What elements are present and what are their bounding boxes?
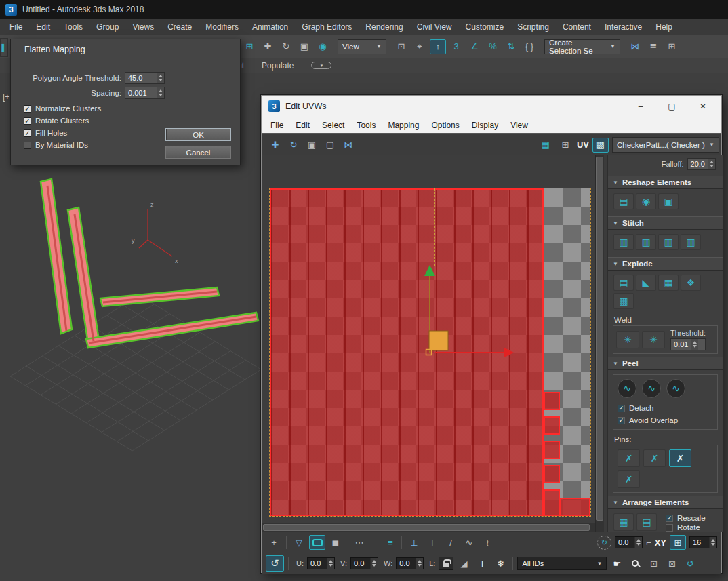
weld-selected-icon[interactable]: ✳ bbox=[642, 331, 665, 348]
menu-item[interactable]: Modifiers bbox=[199, 19, 245, 35]
unpin-selected-icon[interactable]: ✗ bbox=[618, 470, 640, 488]
menu-item[interactable]: Edit bbox=[29, 19, 57, 35]
checkbox-icon[interactable] bbox=[24, 129, 31, 137]
spacing-field[interactable]: 0.001 bbox=[125, 87, 165, 99]
uv-scale-icon[interactable]: ▣ bbox=[304, 137, 320, 152]
snap-grid-icon[interactable]: ⊞ bbox=[557, 138, 573, 153]
uv-editor-canvas[interactable] bbox=[262, 155, 604, 532]
checkbox-icon[interactable] bbox=[618, 405, 625, 412]
uvw-menu-item[interactable]: Options bbox=[425, 121, 465, 130]
uvw-menu-item[interactable]: File bbox=[264, 121, 289, 130]
app-titlebar[interactable]: 3 Untitled - Autodesk 3ds Max 2018 bbox=[0, 0, 728, 19]
use-pivot-center-icon[interactable]: ⊡ bbox=[393, 39, 409, 54]
rotate-angle-field[interactable]: 0.0 bbox=[615, 536, 643, 548]
relax-rows-icon[interactable]: ▤ bbox=[613, 193, 634, 209]
select-and-place-icon[interactable]: ◉ bbox=[315, 39, 331, 54]
menu-item[interactable]: Content bbox=[556, 19, 598, 35]
edge-distance-icon[interactable]: ⋯ bbox=[352, 535, 366, 550]
arrange-checkbox[interactable]: Rotate bbox=[666, 523, 706, 532]
spinner[interactable] bbox=[157, 73, 164, 83]
menu-item[interactable]: File bbox=[3, 19, 29, 35]
named-selection-dropdown[interactable]: Create Selection Se ▼ bbox=[544, 39, 620, 54]
texture-map-dropdown[interactable]: CheckerPatt...( Checker ) ▼ bbox=[612, 137, 719, 153]
w-coordinate-field[interactable]: 0.0 bbox=[396, 557, 424, 569]
rollout-header-peel[interactable]: ▼ Peel bbox=[608, 357, 723, 370]
stitch-source-icon[interactable]: ▥ bbox=[636, 234, 656, 250]
spinner[interactable] bbox=[416, 558, 423, 569]
pin-selected-icon[interactable]: ✗ bbox=[643, 449, 666, 467]
snaps-toggle-icon[interactable]: ↑ bbox=[430, 39, 446, 54]
spinner-snap-icon[interactable]: ⇅ bbox=[503, 39, 519, 54]
select-and-scale-icon[interactable]: ▣ bbox=[296, 39, 312, 54]
menu-item[interactable]: Group bbox=[89, 19, 125, 35]
threshold-field[interactable]: 0.01 bbox=[670, 338, 706, 350]
uv-cluster-block[interactable] bbox=[560, 498, 590, 516]
show-checker-map-icon[interactable]: ▩ bbox=[592, 138, 609, 153]
straighten-cube-icon[interactable]: ▣ bbox=[658, 193, 679, 209]
relax-brush-icon[interactable]: ≀ bbox=[479, 535, 496, 550]
material-id-dropdown[interactable]: All IDs ▼ bbox=[517, 557, 607, 570]
quick-peel-icon[interactable]: ∿ bbox=[618, 379, 636, 398]
zoom-region-icon[interactable]: ⊡ bbox=[645, 556, 662, 571]
vertical-scrollbar[interactable] bbox=[595, 155, 604, 532]
straighten-selection-icon[interactable]: / bbox=[443, 535, 459, 550]
paint-soft-selection-icon[interactable] bbox=[309, 535, 325, 550]
reference-coordinate-dropdown[interactable]: View ▼ bbox=[338, 39, 386, 54]
peel-checkbox[interactable]: Avoid Overlap bbox=[616, 414, 714, 426]
named-selection-sets-icon[interactable]: { } bbox=[521, 39, 538, 54]
ok-button[interactable]: OK bbox=[165, 128, 231, 141]
uvw-menu-item[interactable]: Edit bbox=[289, 121, 316, 130]
flatten-angle-icon[interactable]: ◣ bbox=[636, 275, 656, 291]
pack-normalize-icon[interactable]: ▦ bbox=[613, 513, 634, 531]
flatten-custom-icon[interactable]: ▤ bbox=[613, 275, 634, 291]
peel-mode-icon[interactable]: ∿ bbox=[642, 379, 661, 398]
checkbox-icon[interactable] bbox=[24, 142, 31, 149]
angle-snap-icon[interactable]: ∠ bbox=[466, 39, 483, 54]
vertical-scroll-thumb[interactable] bbox=[596, 157, 603, 521]
checkbox-icon[interactable] bbox=[24, 105, 31, 113]
stitch-custom-icon[interactable]: ▥ bbox=[613, 234, 634, 250]
stitch-target-icon[interactable]: ▥ bbox=[681, 234, 701, 250]
peel-checkbox[interactable]: Detach bbox=[616, 402, 714, 414]
soft-selection-icon[interactable]: + bbox=[266, 535, 282, 550]
select-and-manipulate-icon[interactable]: ⌖ bbox=[411, 39, 428, 54]
u-coordinate-field[interactable]: 0.0 bbox=[307, 557, 335, 569]
spinner[interactable] bbox=[708, 159, 715, 169]
checkbox-icon[interactable] bbox=[666, 524, 673, 532]
pack-together-icon[interactable]: ▤ bbox=[636, 513, 657, 531]
edit-seams-icon[interactable]: ∿ bbox=[666, 379, 685, 398]
stitch-average-icon[interactable]: ▥ bbox=[658, 234, 679, 250]
uvw-menu-item[interactable]: Display bbox=[466, 121, 504, 130]
rollout-header-arrange[interactable]: ▼ Arrange Elements bbox=[608, 496, 723, 509]
menu-item[interactable]: Tools bbox=[57, 19, 89, 35]
select-and-move-icon[interactable]: ✚ bbox=[260, 39, 276, 54]
wedge-brush-icon[interactable]: ◢ bbox=[456, 556, 472, 571]
dialog-title[interactable]: Flatten Mapping bbox=[24, 45, 85, 54]
uvw-menu-item[interactable]: View bbox=[504, 121, 534, 130]
menu-item[interactable]: Help bbox=[649, 19, 679, 35]
edge-soft-icon[interactable]: ≡ bbox=[384, 535, 397, 550]
free-rotate-icon[interactable]: ↻ bbox=[597, 536, 611, 550]
flatten-polygon-icon[interactable]: ▩ bbox=[613, 293, 634, 309]
relax-sphere-icon[interactable]: ◉ bbox=[636, 193, 656, 209]
relax-tool-icon[interactable]: ∿ bbox=[461, 535, 477, 550]
snaps-3d-icon[interactable]: 3 bbox=[448, 39, 464, 54]
spinner[interactable] bbox=[157, 87, 164, 98]
uv-cluster-block[interactable] bbox=[544, 465, 560, 483]
zoom-icon[interactable] bbox=[627, 556, 643, 571]
spinner[interactable] bbox=[370, 558, 378, 569]
transform-gizmo-toggle-icon[interactable]: ↺ bbox=[266, 555, 284, 572]
falloff-space-icon[interactable]: ◼ bbox=[327, 535, 344, 550]
show-map-grid-icon[interactable]: ▦ bbox=[538, 138, 554, 153]
angle-threshold-field[interactable]: 45.0 bbox=[125, 72, 165, 84]
unpin-tool-icon[interactable]: ✗ bbox=[669, 449, 691, 467]
uv-cluster-block[interactable] bbox=[544, 392, 560, 410]
spinner[interactable] bbox=[691, 339, 698, 350]
checkbox-icon[interactable] bbox=[618, 417, 625, 424]
close-button[interactable]: ✕ bbox=[698, 102, 708, 111]
menu-item[interactable]: Animation bbox=[245, 19, 295, 35]
percent-snap-icon[interactable]: % bbox=[485, 39, 501, 54]
grid-size-field[interactable]: 16 bbox=[689, 536, 717, 548]
flatten-option-checkbox[interactable]: Fill Holes bbox=[24, 129, 101, 137]
uvw-menu-item[interactable]: Tools bbox=[350, 121, 382, 130]
